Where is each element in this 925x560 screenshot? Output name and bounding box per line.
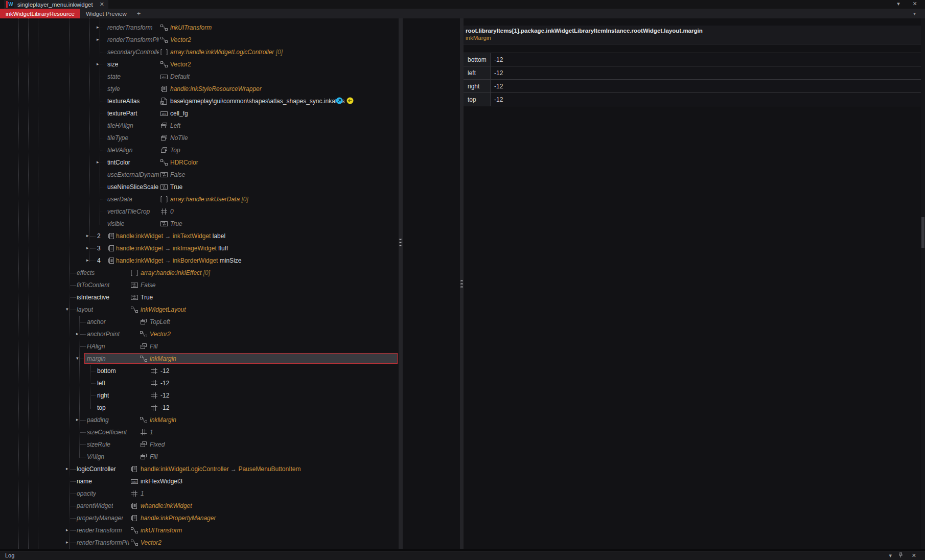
subtab-inkwidgetlibraryresource[interactable]: inkWidgetLibraryResource — [0, 9, 80, 18]
tree-row[interactable]: userDataarray:handle:inkUserData [0] — [0, 193, 399, 205]
tree-row[interactable]: textureAtlasbase\gameplay\gui\common\sha… — [0, 95, 399, 107]
tree-panel-splitter[interactable] — [399, 18, 403, 549]
tree-row[interactable]: ▾layoutinkWidgetLayout — [0, 304, 399, 316]
add-tab-button[interactable]: + — [132, 9, 146, 18]
tree-row[interactable]: secondaryControllersarray:handle:inkWidg… — [0, 46, 399, 58]
tree-row[interactable]: anchorTopLeft — [0, 316, 399, 328]
tree-row[interactable]: left-12 — [0, 377, 399, 389]
tree-row[interactable]: ▸logicControllerhandle:inkWidgetLogicCon… — [0, 463, 399, 475]
tree-row[interactable]: ▸renderTransforminkUITransform — [0, 21, 399, 34]
expand-chevron-icon[interactable]: ▸ — [86, 232, 89, 240]
log-pin-icon[interactable] — [898, 552, 904, 559]
tree-row[interactable]: bottom-12 — [0, 365, 399, 377]
enum-list-icon — [140, 342, 148, 351]
tree-row[interactable]: useExternalDynamicTextureFalse — [0, 169, 399, 181]
expand-chevron-icon[interactable]: ▸ — [97, 60, 99, 68]
margin-value-cell[interactable]: -12 — [491, 93, 921, 106]
margin-value-cell[interactable]: -12 — [491, 53, 921, 66]
tree-row[interactable]: ▾margininkMargin — [0, 353, 399, 365]
log-close-icon[interactable]: ✕ — [912, 552, 916, 559]
tree-row[interactable]: HAlignFill — [0, 340, 399, 353]
property-label: style — [107, 85, 120, 93]
tree-row[interactable]: propertyManagerhandle:inkPropertyManager — [0, 512, 399, 524]
value-segment: handle:inkWidget — [116, 232, 163, 240]
collapse-chevron-icon[interactable]: ▾ — [66, 306, 68, 313]
splitter-grip[interactable] — [460, 280, 463, 288]
margin-key-cell: left — [464, 66, 491, 79]
tree-row[interactable]: parentWidgetwhandle:inkWidget — [0, 500, 399, 512]
expand-chevron-icon[interactable]: ▸ — [97, 158, 99, 166]
tree-row[interactable]: tileHAlignLeft — [0, 120, 399, 132]
value-segment: array:handle:inkUserData — [170, 196, 240, 203]
splitter-grip[interactable] — [399, 239, 402, 246]
expand-chevron-icon[interactable]: ▸ — [66, 465, 68, 473]
expand-chevron-icon[interactable]: ▸ — [86, 256, 89, 264]
subtab-widget-preview[interactable]: Widget Preview — [80, 9, 132, 18]
document-tab[interactable]: W singleplayer_menu.inkwidget ✕ — [4, 0, 108, 9]
value-segment: inkBorderWidget — [173, 257, 218, 264]
collapse-chevron-icon[interactable]: ▾ — [76, 355, 79, 362]
paste-reference-icon[interactable] — [346, 97, 354, 104]
margin-table-row: top-12 — [464, 93, 921, 106]
tree-row[interactable]: opacity1 — [0, 487, 399, 500]
property-label: verticalTileCrop — [107, 208, 150, 216]
tree-row[interactable]: ▸3handle:inkWidget → inkImageWidget fluf… — [0, 242, 399, 254]
tree-row[interactable]: ▸renderTransforminkUITransform — [0, 524, 399, 536]
tree-connector — [101, 113, 106, 114]
tree-row[interactable]: verticalTileCrop0 — [0, 205, 399, 218]
tree-row[interactable]: ▸anchorPointVector2 — [0, 328, 399, 340]
tree-row[interactable]: ▸4handle:inkWidget → inkBorderWidget min… — [0, 254, 399, 267]
document-tab-close-icon[interactable]: ✕ — [100, 1, 104, 8]
curve-type-icon — [130, 539, 138, 547]
tree-row[interactable]: visibleTrue — [0, 218, 399, 230]
property-value: handle:inkWidget → inkTextWidget label — [116, 232, 225, 240]
tree-connector — [70, 273, 76, 273]
scrollbar-thumb[interactable] — [921, 217, 924, 248]
tree-row[interactable]: sizeCoefficient1 — [0, 426, 399, 438]
tree-row[interactable]: right-12 — [0, 389, 399, 402]
tree-row[interactable]: ▸renderTransformPivotVector2 — [0, 536, 399, 549]
tab-list-chevron-icon[interactable]: ▾ — [894, 1, 903, 7]
expand-chevron-icon[interactable]: ▸ — [66, 526, 68, 534]
tree-row[interactable]: tileTypeNoTile — [0, 132, 399, 144]
tree-row[interactable]: stylehandle:inkStyleResourceWrapper — [0, 83, 399, 95]
log-chevron-icon[interactable]: ▾ — [889, 552, 892, 559]
tree-row[interactable]: nameabcinkFlexWidget3 — [0, 475, 399, 487]
value-segment: inkWidgetLayout — [141, 306, 186, 313]
margin-value-cell[interactable]: -12 — [491, 80, 921, 92]
expand-chevron-icon[interactable]: ▸ — [97, 36, 99, 43]
tree-row[interactable]: ▸2handle:inkWidget → inkTextWidget label — [0, 230, 399, 242]
tree-row[interactable]: useNineSliceScaleTrue — [0, 181, 399, 193]
value-segment: -12 — [160, 367, 169, 375]
detail-panel-splitter[interactable] — [460, 18, 464, 549]
tree-row[interactable]: sizeRuleFixed — [0, 438, 399, 451]
tree-row[interactable]: ▸paddinginkMargin — [0, 414, 399, 426]
tree-row[interactable]: isInteractiveTrue — [0, 291, 399, 304]
tree-row[interactable]: top-12 — [0, 402, 399, 414]
tree-row[interactable]: VAlignFill — [0, 451, 399, 463]
wolvenkit-file-icon: W — [6, 1, 14, 8]
open-resource-icon[interactable] — [336, 97, 343, 104]
tree-connector — [70, 518, 76, 519]
expand-chevron-icon[interactable]: ▸ — [76, 416, 79, 424]
text-abc-icon: abc — [130, 477, 138, 485]
tree-row[interactable]: tileVAlignTop — [0, 144, 399, 156]
tree-row[interactable]: ▸renderTransformPivotVector2 — [0, 34, 399, 46]
tree-row[interactable]: ▸sizeVector2 — [0, 58, 399, 71]
tree-row[interactable]: fitToContentFalse — [0, 279, 399, 291]
expand-chevron-icon[interactable]: ▸ — [86, 244, 89, 252]
expand-chevron-icon[interactable]: ▸ — [66, 539, 68, 546]
tree-row[interactable]: effectsarray:handle:inkIEffect [0] — [0, 267, 399, 279]
subtab-list-chevron-icon[interactable]: ▾ — [913, 11, 916, 16]
property-label: VAlign — [87, 453, 104, 461]
tree-row[interactable]: stateabcDefault — [0, 71, 399, 83]
margin-value-cell[interactable]: -12 — [491, 66, 921, 79]
margin-key-cell: right — [464, 80, 491, 92]
expand-chevron-icon[interactable]: ▸ — [76, 330, 79, 338]
expand-chevron-icon[interactable]: ▸ — [97, 24, 99, 31]
tree-row[interactable]: ▸tintColorHDRColor — [0, 156, 399, 169]
panel-close-icon[interactable]: ✕ — [911, 1, 919, 7]
log-panel-header[interactable]: Log ▾ ✕ — [0, 551, 925, 560]
detail-scrollbar[interactable] — [921, 18, 925, 549]
tree-row[interactable]: texturePartabccell_fg — [0, 107, 399, 120]
